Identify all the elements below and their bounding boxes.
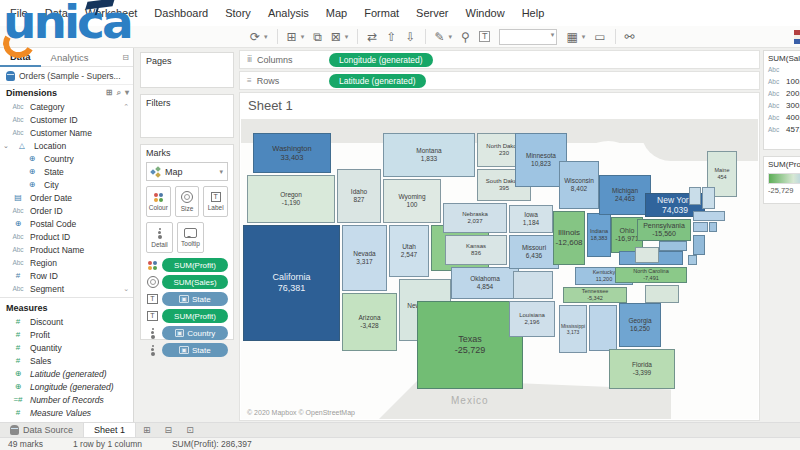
expander-icon[interactable]: ⌄ (3, 142, 10, 150)
profit-legend-card[interactable]: SUM(Prof -25,729 (763, 156, 800, 204)
columns-pill[interactable]: Longitude (generated) (329, 53, 433, 67)
state-mark-nebraska[interactable]: Nebraska2,037 (443, 203, 507, 233)
pill-sum-sales-[interactable]: SUM(Sales) (162, 275, 228, 289)
menu-format[interactable]: Format (364, 7, 399, 19)
state-mark-utah[interactable]: Utah2,547 (389, 225, 429, 277)
state-mark-south-carolina[interactable] (645, 285, 679, 303)
state-mark-georgia[interactable]: Georgia16,250 (619, 303, 661, 347)
sales-legend-card[interactable]: SUM(Sale AbcAbc100,0Abc200,0Abc300,0Abc4… (763, 50, 800, 150)
dimension-field-row-id[interactable]: #Row ID (0, 269, 133, 282)
show-me-icon[interactable]: ▦ (566, 31, 577, 43)
size-button[interactable]: Size (175, 186, 200, 217)
state-mark-wyoming[interactable]: Wyoming100 (383, 179, 441, 223)
refresh-caret-icon[interactable]: ▾ (264, 33, 268, 40)
search-icon[interactable]: ⌕ (117, 88, 121, 98)
state-mark-new-jersey[interactable] (693, 235, 705, 255)
state-mark-illinois[interactable]: Illinois-12,608 (553, 211, 585, 265)
rows-pill[interactable]: Latitude (generated) (329, 74, 426, 88)
dimension-field-location[interactable]: ⌄△Location (0, 139, 133, 152)
swap-axes-icon[interactable]: ⇄ (367, 31, 377, 43)
measure-field-measure-values[interactable]: #Measure Values (0, 406, 133, 419)
sales-legend-row[interactable]: Abc457,9 (768, 123, 800, 135)
state-mark-rhode-island[interactable] (709, 222, 717, 232)
share-icon[interactable]: ⚯ (625, 31, 635, 43)
state-mark-west-virginia[interactable] (635, 247, 659, 263)
presentation-mode-icon[interactable]: ▭ (594, 31, 605, 43)
dimension-field-order-date[interactable]: ▤Order Date (0, 191, 133, 204)
pill-state[interactable]: ▣State (162, 343, 228, 357)
measure-field-latitude-generated-[interactable]: ⊕Latitude (generated) (0, 367, 133, 380)
menu-window[interactable]: Window (466, 7, 505, 19)
sales-legend-row[interactable]: Abc200,0 (768, 87, 800, 99)
label-button[interactable]: T Label (203, 186, 228, 217)
state-mark-vermont[interactable] (689, 187, 701, 205)
tab-data-source[interactable]: Data Source (0, 423, 83, 437)
measure-field-number-of-records[interactable]: =#Number of Records (0, 393, 133, 406)
menu-story[interactable]: Story (225, 7, 251, 19)
state-mark-washington[interactable]: Washington33,403 (253, 133, 331, 173)
state-mark-tennessee[interactable]: Tennessee-5,342 (563, 287, 627, 303)
new-dashboard-tab-icon[interactable]: ⊟ (158, 423, 180, 437)
state-mark-wisconsin[interactable]: Wisconsin8,402 (559, 161, 599, 209)
sales-legend-row[interactable]: Abc100,0 (768, 75, 800, 87)
state-mark-texas[interactable]: Texas-25,729 (417, 301, 523, 389)
state-mark-alabama[interactable] (589, 305, 617, 351)
scroll-down-icon[interactable]: ⌄ (123, 285, 133, 293)
measure-field-profit[interactable]: #Profit (0, 328, 133, 341)
new-worksheet-caret-icon[interactable]: ▾ (301, 33, 305, 40)
state-mark-florida[interactable]: Florida-3,399 (609, 349, 675, 389)
menu-map[interactable]: Map (326, 7, 347, 19)
state-mark-oklahoma[interactable]: Oklahoma4,854 (451, 267, 519, 299)
dimension-field-region[interactable]: AbcRegion (0, 256, 133, 269)
tab-sheet-1[interactable]: Sheet 1 (83, 423, 136, 437)
text-label-icon[interactable]: T (479, 31, 491, 42)
state-mark-montana[interactable]: Montana1,833 (383, 133, 475, 177)
pill-country[interactable]: ▣Country (162, 326, 228, 340)
state-mark-mississippi[interactable]: Mississippi3,173 (559, 305, 587, 353)
rows-shelf[interactable]: ≡ Rows Latitude (generated) (239, 71, 760, 90)
clear-sheet-icon[interactable]: ⊠ (331, 31, 341, 43)
state-mark-oregon[interactable]: Oregon-1,190 (247, 175, 335, 223)
state-mark-california[interactable]: California76,381 (243, 225, 340, 341)
state-mark-new-hampshire[interactable] (702, 187, 715, 209)
state-mark-kansas[interactable]: Kansas836 (445, 235, 507, 265)
mark-type-select[interactable]: Map ▾ (146, 162, 228, 181)
menu-dashboard[interactable]: Dashboard (154, 7, 208, 19)
tab-analytics[interactable]: Analytics (41, 48, 99, 66)
state-mark-massachusetts[interactable] (693, 211, 725, 221)
detail-button[interactable]: Detail (146, 222, 173, 253)
dimension-field-product-id[interactable]: AbcProduct ID (0, 230, 133, 243)
state-mark-iowa[interactable]: Iowa1,184 (509, 205, 553, 233)
dimension-field-state[interactable]: ⊕State (0, 165, 133, 178)
fit-selector[interactable] (499, 29, 557, 45)
dimension-field-category[interactable]: AbcCategory⌃ (0, 100, 133, 113)
dimension-field-order-id[interactable]: AbcOrder ID (0, 204, 133, 217)
dimension-field-customer-id[interactable]: AbcCustomer ID (0, 113, 133, 126)
show-me-caret-icon[interactable]: ▾ (582, 33, 586, 40)
refresh-icon[interactable]: ⟳ (250, 31, 260, 43)
state-mark-nevada[interactable]: Nevada3,317 (342, 225, 387, 291)
state-mark-michigan[interactable]: Michigan24,463 (599, 175, 651, 215)
menu-analysis[interactable]: Analysis (268, 7, 309, 19)
measure-field-longitude-generated-[interactable]: ⊕Longitude (generated) (0, 380, 133, 393)
map-canvas[interactable]: Washington33,403Oregon-1,190California76… (241, 119, 758, 419)
state-mark-delaware[interactable] (688, 255, 697, 265)
state-mark-connecticut[interactable] (693, 222, 708, 232)
tooltip-button[interactable]: Tooltip (177, 222, 204, 253)
sort-descending-icon[interactable]: ⇩ (405, 31, 415, 43)
state-mark-maryland[interactable] (659, 241, 687, 251)
state-mark-louisiana[interactable]: Louisiana2,196 (509, 301, 555, 337)
pane-caret-icon[interactable]: ▾ (125, 88, 129, 98)
clear-sheet-caret-icon[interactable]: ▾ (345, 33, 349, 40)
state-mark-idaho[interactable]: Idaho827 (337, 169, 381, 223)
dimension-field-customer-name[interactable]: AbcCustomer Name (0, 126, 133, 139)
dimension-field-postal-code[interactable]: ⊕Postal Code (0, 217, 133, 230)
state-mark-arizona[interactable]: Arizona-3,428 (342, 293, 397, 351)
datasource-row[interactable]: Orders (Sample - Supers... (0, 67, 133, 85)
menu-server[interactable]: Server (416, 7, 448, 19)
dimension-field-city[interactable]: ⊕City (0, 178, 133, 191)
state-mark-missouri[interactable]: Missouri6,436 (509, 235, 559, 269)
state-mark-arkansas[interactable] (513, 271, 553, 299)
state-mark-pennsylvania[interactable]: Pennsylvania-15,560 (637, 219, 691, 241)
dimension-field-product-name[interactable]: AbcProduct Name (0, 243, 133, 256)
